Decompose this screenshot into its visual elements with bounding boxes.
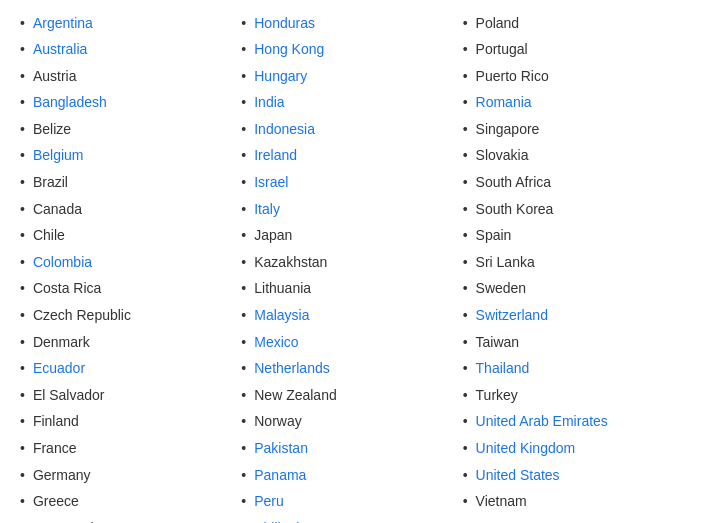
bullet-icon: • bbox=[241, 333, 246, 353]
list-item: •Brazil bbox=[20, 170, 241, 197]
country-link[interactable]: Hungary bbox=[254, 67, 307, 87]
country-link[interactable]: United States bbox=[476, 466, 560, 486]
country-link[interactable]: Pakistan bbox=[254, 439, 308, 459]
list-item: •Slovakia bbox=[463, 143, 684, 170]
bullet-icon: • bbox=[241, 466, 246, 486]
bullet-icon: • bbox=[463, 226, 468, 246]
country-link[interactable]: United Kingdom bbox=[476, 439, 576, 459]
country-link[interactable]: Belgium bbox=[33, 146, 84, 166]
list-item: •Switzerland bbox=[463, 303, 684, 330]
bullet-icon: • bbox=[463, 200, 468, 220]
bullet-icon: • bbox=[20, 200, 25, 220]
bullet-icon: • bbox=[463, 333, 468, 353]
bullet-icon: • bbox=[463, 439, 468, 459]
country-name: Lithuania bbox=[254, 279, 311, 299]
country-name: Denmark bbox=[33, 333, 90, 353]
bullet-icon: • bbox=[241, 359, 246, 379]
list-item: •New Zealand bbox=[241, 382, 462, 409]
column-2: •Honduras•Hong Kong•Hungary•India•Indone… bbox=[241, 10, 462, 523]
country-link[interactable]: Philippines bbox=[254, 519, 322, 523]
country-link[interactable]: United Arab Emirates bbox=[476, 412, 608, 432]
bullet-icon: • bbox=[463, 279, 468, 299]
country-name: Greece bbox=[33, 492, 79, 512]
list-item: •Sweden bbox=[463, 276, 684, 303]
bullet-icon: • bbox=[241, 306, 246, 326]
list-item: •Hong Kong bbox=[241, 37, 462, 64]
list-item: •Guatemala bbox=[20, 515, 241, 523]
country-name: Puerto Rico bbox=[476, 67, 549, 87]
country-link[interactable]: Bangladesh bbox=[33, 93, 107, 113]
list-item: •Netherlands bbox=[241, 356, 462, 383]
bullet-icon: • bbox=[20, 466, 25, 486]
list-item: •Portugal bbox=[463, 37, 684, 64]
bullet-icon: • bbox=[463, 40, 468, 60]
list-item: •Hungary bbox=[241, 63, 462, 90]
bullet-icon: • bbox=[463, 306, 468, 326]
countries-container: •Argentina•Australia•Austria•Bangladesh•… bbox=[20, 10, 684, 523]
list-item: •Turkey bbox=[463, 382, 684, 409]
bullet-icon: • bbox=[20, 412, 25, 432]
country-link[interactable]: Honduras bbox=[254, 14, 315, 34]
list-item: •South Africa bbox=[463, 170, 684, 197]
bullet-icon: • bbox=[20, 120, 25, 140]
list-item: •Thailand bbox=[463, 356, 684, 383]
list-item: •South Korea bbox=[463, 196, 684, 223]
country-link[interactable]: Mexico bbox=[254, 333, 298, 353]
list-item: •Greece bbox=[20, 489, 241, 516]
bullet-icon: • bbox=[20, 14, 25, 34]
list-item: •Costa Rica bbox=[20, 276, 241, 303]
column-1: •Argentina•Australia•Austria•Bangladesh•… bbox=[20, 10, 241, 523]
list-item: •Poland bbox=[463, 10, 684, 37]
list-item: •Bangladesh bbox=[20, 90, 241, 117]
list-item: •Romania bbox=[463, 90, 684, 117]
bullet-icon: • bbox=[20, 279, 25, 299]
country-link[interactable]: Colombia bbox=[33, 253, 92, 273]
country-link[interactable]: Malaysia bbox=[254, 306, 309, 326]
country-name: Portugal bbox=[476, 40, 528, 60]
bullet-icon: • bbox=[463, 466, 468, 486]
country-name: Czech Republic bbox=[33, 306, 131, 326]
country-link[interactable]: India bbox=[254, 93, 284, 113]
country-link[interactable]: Switzerland bbox=[476, 306, 548, 326]
list-item: •Denmark bbox=[20, 329, 241, 356]
country-link[interactable]: Australia bbox=[33, 40, 87, 60]
list-item: •Singapore bbox=[463, 116, 684, 143]
bullet-icon: • bbox=[20, 146, 25, 166]
list-item: •Vietnam bbox=[463, 489, 684, 516]
bullet-icon: • bbox=[20, 67, 25, 87]
bullet-icon: • bbox=[20, 386, 25, 406]
bullet-icon: • bbox=[241, 519, 246, 523]
bullet-icon: • bbox=[241, 226, 246, 246]
list-item: •Canada bbox=[20, 196, 241, 223]
country-link[interactable]: Netherlands bbox=[254, 359, 330, 379]
country-link[interactable]: Panama bbox=[254, 466, 306, 486]
country-link[interactable]: Peru bbox=[254, 492, 284, 512]
country-name: Canada bbox=[33, 200, 82, 220]
country-link[interactable]: Israel bbox=[254, 173, 288, 193]
bullet-icon: • bbox=[20, 253, 25, 273]
list-item: •Sri Lanka bbox=[463, 249, 684, 276]
country-link[interactable]: Argentina bbox=[33, 14, 93, 34]
bullet-icon: • bbox=[20, 40, 25, 60]
list-item: •United Kingdom bbox=[463, 436, 684, 463]
list-item: •India bbox=[241, 90, 462, 117]
country-link[interactable]: Ecuador bbox=[33, 359, 85, 379]
bullet-icon: • bbox=[463, 93, 468, 113]
list-item: •Norway bbox=[241, 409, 462, 436]
country-link[interactable]: Indonesia bbox=[254, 120, 315, 140]
bullet-icon: • bbox=[241, 93, 246, 113]
list-item: •Peru bbox=[241, 489, 462, 516]
country-link[interactable]: Thailand bbox=[476, 359, 530, 379]
list-item: •Finland bbox=[20, 409, 241, 436]
country-name: Kazakhstan bbox=[254, 253, 327, 273]
country-name: Chile bbox=[33, 226, 65, 246]
country-name: South Korea bbox=[476, 200, 554, 220]
bullet-icon: • bbox=[463, 173, 468, 193]
country-link[interactable]: Romania bbox=[476, 93, 532, 113]
country-name: New Zealand bbox=[254, 386, 337, 406]
country-name: El Salvador bbox=[33, 386, 105, 406]
list-item: •Argentina bbox=[20, 10, 241, 37]
country-link[interactable]: Ireland bbox=[254, 146, 297, 166]
country-link[interactable]: Hong Kong bbox=[254, 40, 324, 60]
country-link[interactable]: Italy bbox=[254, 200, 280, 220]
